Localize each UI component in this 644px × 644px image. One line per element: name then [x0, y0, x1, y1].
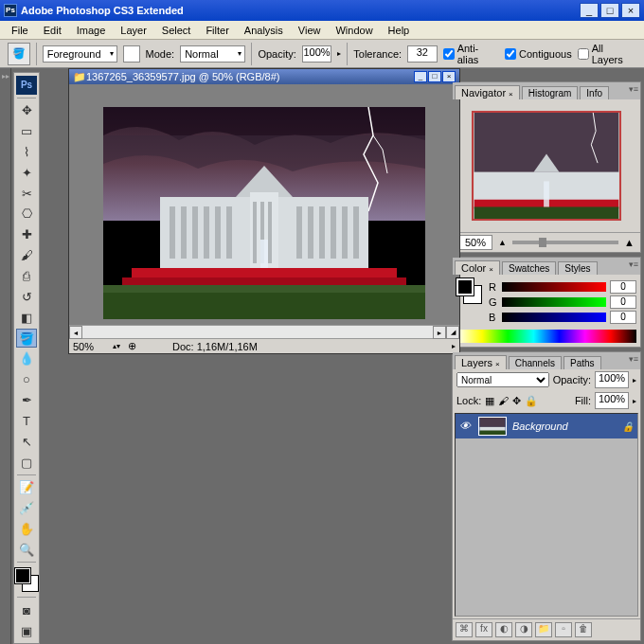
- panel-menu-icon[interactable]: ▾≡: [629, 354, 638, 364]
- eyedropper-tool[interactable]: 💉: [16, 499, 37, 518]
- canvas-viewport[interactable]: [69, 84, 459, 325]
- shape-tool[interactable]: ▢: [16, 453, 37, 472]
- layer-thumbnail[interactable]: [478, 417, 507, 436]
- menu-file[interactable]: File: [4, 23, 36, 38]
- menu-window[interactable]: Window: [328, 23, 380, 38]
- status-zoom[interactable]: 50%: [73, 341, 105, 352]
- close-button[interactable]: ×: [621, 3, 640, 18]
- fill-source-select[interactable]: Foreground: [43, 45, 117, 63]
- wand-tool[interactable]: ✦: [16, 163, 37, 182]
- dropdown-arrow-icon[interactable]: ▸: [633, 376, 636, 385]
- status-arrow-icon[interactable]: ▸: [452, 342, 456, 350]
- path-select-tool[interactable]: ↖: [16, 432, 37, 451]
- menu-help[interactable]: Help: [381, 23, 418, 38]
- new-group-button[interactable]: 📁: [535, 622, 552, 637]
- color-spectrum[interactable]: [456, 330, 636, 343]
- tolerance-input[interactable]: 32: [407, 45, 438, 63]
- layer-fill-input[interactable]: 100%: [595, 392, 629, 409]
- opacity-input[interactable]: 100%: [302, 45, 332, 63]
- antialias-checkbox[interactable]: Anti-alias: [443, 43, 499, 65]
- menu-select[interactable]: Select: [154, 23, 199, 38]
- quickmask-tool[interactable]: ◙: [16, 600, 37, 619]
- g-slider[interactable]: [502, 297, 606, 307]
- tab-histogram[interactable]: Histogram: [522, 86, 579, 99]
- tab-channels[interactable]: Channels: [509, 356, 562, 369]
- dropdown-arrow-icon[interactable]: ▸: [337, 49, 341, 58]
- navigator-thumbnail[interactable]: [472, 111, 621, 221]
- color-swatches[interactable]: [15, 568, 38, 591]
- layer-mask-button[interactable]: ◐: [495, 622, 512, 637]
- adjustment-layer-button[interactable]: ◑: [515, 622, 532, 637]
- new-layer-button[interactable]: ▫: [555, 622, 572, 637]
- link-layers-button[interactable]: ⌘: [456, 622, 473, 637]
- lock-move-icon[interactable]: ✥: [512, 395, 521, 407]
- tab-paths[interactable]: Paths: [564, 356, 601, 369]
- zoom-tool[interactable]: 🔍: [16, 541, 37, 560]
- blend-mode-select[interactable]: Normal: [456, 372, 549, 387]
- menu-analysis[interactable]: Analysis: [237, 23, 291, 38]
- navigator-zoom-input[interactable]: 50%: [458, 235, 492, 250]
- foreground-swatch[interactable]: [15, 568, 30, 583]
- b-slider[interactable]: [502, 313, 606, 322]
- navigator-zoom-slider[interactable]: [512, 241, 618, 244]
- lock-all-icon[interactable]: 🔒: [525, 395, 538, 407]
- dodge-tool[interactable]: ○: [16, 370, 37, 389]
- hand-tool[interactable]: ✋: [16, 520, 37, 539]
- layer-name[interactable]: Background: [512, 420, 568, 432]
- delete-layer-button[interactable]: 🗑: [575, 622, 592, 637]
- slice-tool[interactable]: ⎔: [16, 205, 37, 224]
- maximize-button[interactable]: □: [600, 3, 619, 18]
- resize-grip[interactable]: ◢: [446, 326, 459, 339]
- zoom-out-icon[interactable]: ▲: [498, 238, 507, 247]
- move-tool[interactable]: ✥: [16, 101, 37, 120]
- pattern-swatch[interactable]: [123, 45, 140, 63]
- lock-transparency-icon[interactable]: ▦: [485, 395, 494, 407]
- zoom-stepper-icon[interactable]: ▴▾: [113, 342, 120, 350]
- status-menu-icon[interactable]: ⊕: [128, 340, 136, 352]
- r-value[interactable]: 0: [610, 280, 636, 294]
- alllayers-checkbox[interactable]: All Layers: [578, 43, 636, 65]
- history-brush-tool[interactable]: ↺: [16, 287, 37, 306]
- b-value[interactable]: 0: [610, 311, 636, 324]
- stamp-tool[interactable]: ⎙: [16, 267, 37, 286]
- healing-tool[interactable]: ✚: [16, 225, 37, 244]
- eraser-tool[interactable]: ◧: [16, 308, 37, 327]
- contiguous-checkbox[interactable]: Contiguous: [505, 48, 572, 60]
- doc-close-button[interactable]: ×: [442, 71, 456, 82]
- notes-tool[interactable]: 📝: [16, 478, 37, 497]
- layer-style-button[interactable]: fx: [475, 622, 492, 637]
- scroll-left-icon[interactable]: ◄: [69, 326, 82, 339]
- menu-edit[interactable]: Edit: [36, 23, 69, 38]
- type-tool[interactable]: T: [16, 412, 37, 431]
- tab-info[interactable]: Info: [580, 86, 609, 99]
- bucket-tool[interactable]: 🪣: [16, 329, 37, 348]
- layer-row[interactable]: 👁 Background 🔒: [456, 414, 637, 438]
- color-swatches[interactable]: [456, 278, 481, 303]
- panel-menu-icon[interactable]: ▾≡: [629, 84, 638, 94]
- tab-navigator[interactable]: Navigator×: [455, 85, 520, 99]
- tab-swatches[interactable]: Swatches: [502, 261, 556, 275]
- r-slider[interactable]: [502, 282, 606, 292]
- g-value[interactable]: 0: [610, 295, 636, 309]
- tab-styles[interactable]: Styles: [558, 261, 597, 275]
- menu-image[interactable]: Image: [69, 23, 114, 38]
- bucket-tool-icon[interactable]: 🪣: [8, 43, 30, 65]
- left-docker[interactable]: ▸▸: [0, 68, 11, 644]
- zoom-in-icon[interactable]: ▲: [624, 237, 635, 248]
- mode-select[interactable]: Normal: [180, 45, 245, 63]
- scroll-right-icon[interactable]: ►: [433, 326, 446, 339]
- doc-maximize-button[interactable]: □: [428, 71, 441, 82]
- pen-tool[interactable]: ✒: [16, 391, 37, 410]
- crop-tool[interactable]: ✂: [16, 184, 37, 203]
- menu-layer[interactable]: Layer: [113, 23, 154, 38]
- doc-minimize-button[interactable]: _: [414, 71, 427, 82]
- blur-tool[interactable]: 💧: [16, 349, 37, 368]
- panel-menu-icon[interactable]: ▾≡: [629, 259, 638, 269]
- foreground-color-swatch[interactable]: [456, 278, 474, 295]
- brush-tool[interactable]: 🖌: [16, 246, 37, 265]
- visibility-toggle-icon[interactable]: 👁: [459, 420, 473, 433]
- tab-color[interactable]: Color×: [455, 260, 500, 275]
- scroll-track[interactable]: [82, 326, 433, 338]
- menu-filter[interactable]: Filter: [198, 23, 236, 38]
- horizontal-scrollbar[interactable]: ◄ ► ◢: [69, 325, 459, 338]
